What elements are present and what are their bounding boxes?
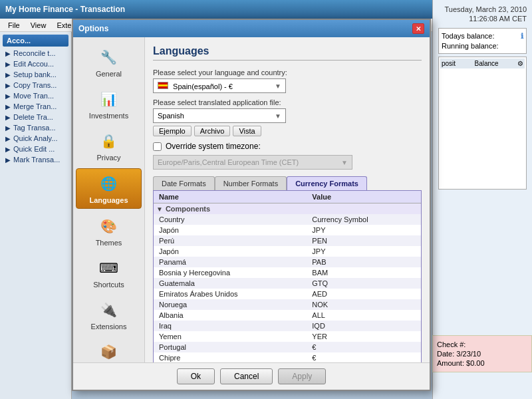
table-row[interactable]: Portugal €	[154, 342, 421, 352]
sidebar-item-tag-trans[interactable]: ▶ Tag Transa...	[3, 122, 68, 133]
nav-importexport[interactable]: 📦 Import/Export	[76, 337, 142, 362]
table-row[interactable]: Country Currency Symbol	[154, 214, 421, 225]
file-dropdown-arrow: ▼	[275, 112, 281, 120]
override-timezone-checkbox[interactable]	[153, 142, 162, 151]
vista-button[interactable]: Vista	[233, 126, 261, 136]
sidebar-item-reconcile[interactable]: ▶ Reconcile t...	[3, 48, 68, 59]
sidebar-item-merge-trans[interactable]: ▶ Merge Tran...	[3, 101, 68, 112]
table-row[interactable]: Perú PEN	[154, 235, 421, 246]
nav-shortcuts[interactable]: ⌨ Shortcuts	[76, 253, 142, 293]
override-timezone-row: Override system timezone:	[153, 142, 422, 151]
table-row[interactable]: Iraq IQD	[154, 321, 421, 331]
tab-number-formats[interactable]: Number Formats	[215, 176, 287, 190]
general-icon: 🔧	[98, 47, 120, 68]
themes-label: Themes	[96, 239, 122, 247]
sidebar-item-label: Mark Transa...	[13, 156, 60, 164]
mark-icon: ▶	[5, 156, 11, 164]
info-icon[interactable]: ℹ	[521, 32, 523, 41]
file-select[interactable]: Spanish ▼	[153, 108, 286, 123]
language-select[interactable]: Spain(español) - € ▼	[153, 78, 286, 93]
nav-themes[interactable]: 🎨 Themes	[76, 211, 142, 251]
themes-icon: 🎨	[98, 215, 120, 237]
general-label: General	[96, 70, 122, 78]
ejemplo-button[interactable]: Ejemplo	[153, 126, 192, 136]
nav-extensions[interactable]: 🔌 Extensions	[76, 295, 142, 334]
table-row[interactable]: Japón JPY	[154, 225, 421, 235]
merge-icon: ▶	[5, 103, 11, 110]
settings-icon[interactable]: ⚙	[517, 60, 523, 67]
nav-investments[interactable]: 📊 Investments	[76, 84, 142, 124]
check-date-row: Date: 3/23/10	[437, 349, 527, 358]
language-dropdown-arrow: ▼	[275, 82, 281, 90]
shortcuts-label: Shortcuts	[93, 281, 124, 289]
override-timezone-label: Override system timezone:	[166, 142, 261, 151]
table-row[interactable]: Panamá PAB	[154, 257, 421, 267]
tab-currency-formats[interactable]: Currency Formats	[287, 176, 367, 190]
cell-name: Japón	[154, 225, 307, 235]
table-row[interactable]: Albania ALL	[154, 310, 421, 321]
check-section: Check #: Date: 3/23/10 Amount: $0.00	[432, 335, 532, 372]
cell-value: AED	[307, 289, 421, 299]
sidebar-item-copy-trans[interactable]: ▶ Copy Trans...	[3, 80, 68, 90]
nav-panel: 🔧 General 📊 Investments 🔒 Privacy 🌐 Lang…	[73, 37, 145, 362]
cancel-button[interactable]: Cancel	[220, 368, 273, 384]
check-number-row: Check #:	[437, 340, 527, 349]
archivo-button[interactable]: Archivo	[194, 126, 231, 136]
table-row[interactable]: Bosnia y Hercegovina BAM	[154, 267, 421, 278]
menu-file[interactable]: File	[3, 21, 25, 29]
table-row[interactable]: Emiratos Árabes Unidos AED	[154, 289, 421, 299]
cell-value: GTQ	[307, 278, 421, 289]
sidebar-item-label: Quick Edit ...	[13, 145, 55, 153]
sidebar-item-quick-edit[interactable]: ▶ Quick Edit ...	[3, 144, 68, 154]
transactions-area: posit Balance ⚙	[438, 57, 527, 190]
table-row[interactable]: Noruega NOK	[154, 299, 421, 310]
dialog-body: 🔧 General 📊 Investments 🔒 Privacy 🌐 Lang…	[73, 37, 430, 362]
move-icon: ▶	[5, 92, 11, 100]
reconcile-icon: ▶	[5, 50, 11, 57]
delete-icon: ▶	[5, 114, 11, 121]
sidebar-item-label: Delete Tra...	[13, 113, 53, 121]
cell-name: Japón	[154, 246, 307, 257]
nav-general[interactable]: 🔧 General	[76, 43, 142, 82]
amount-label: Amount:	[437, 359, 464, 367]
currency-table[interactable]: Name Value ▼Components Country Currency …	[153, 190, 422, 362]
file-value: Spanish	[158, 112, 184, 120]
cell-name: Portugal	[154, 342, 307, 352]
running-balance-row: Running balance:	[442, 41, 523, 51]
balance-header: Balance	[474, 60, 498, 67]
sidebar-item-label: Quick Analy...	[13, 134, 57, 142]
sidebar-item-label: Move Tran...	[13, 92, 54, 100]
cell-name: Chipre	[154, 352, 307, 362]
table-row[interactable]: Yemen YER	[154, 331, 421, 342]
running-balance-label: Running balance:	[442, 42, 499, 50]
tab-date-formats[interactable]: Date Formats	[153, 176, 215, 190]
content-panel: Languages Please select your language an…	[145, 37, 430, 362]
apply-button[interactable]: Apply	[278, 368, 326, 384]
nav-privacy[interactable]: 🔒 Privacy	[76, 126, 142, 166]
timezone-select[interactable]: Europe/Paris,Central European Time (CET)…	[153, 155, 352, 170]
cell-value: PAB	[307, 257, 421, 267]
ok-button[interactable]: Ok	[177, 368, 215, 384]
importexport-icon: 📦	[98, 341, 120, 362]
nav-languages[interactable]: 🌐 Languages	[76, 168, 142, 209]
sidebar-item-edit-account[interactable]: ▶ Edit Accou...	[3, 59, 68, 69]
file-row: Please select translated application fil…	[153, 98, 422, 136]
tabs-row: Date Formats Number Formats Currency For…	[153, 176, 422, 190]
table-row[interactable]: Guatemala GTQ	[154, 278, 421, 289]
timezone-value: Europe/Paris,Central European Time (CET)	[158, 158, 299, 166]
languages-label: Languages	[89, 196, 128, 204]
sidebar-item-setup-bank[interactable]: ▶ Setup bank...	[3, 69, 68, 80]
cell-value: YER	[307, 331, 421, 342]
spain-flag	[158, 82, 168, 89]
cell-value: PEN	[307, 235, 421, 246]
menu-view[interactable]: View	[25, 21, 52, 29]
extensions-icon: 🔌	[98, 299, 120, 321]
sidebar-item-mark-trans[interactable]: ▶ Mark Transa...	[3, 154, 68, 165]
cell-name: Albania	[154, 310, 307, 321]
dialog-close-button[interactable]: ✕	[412, 23, 424, 34]
table-row[interactable]: Japón JPY	[154, 246, 421, 257]
sidebar-item-quick-analysis[interactable]: ▶ Quick Analy...	[3, 133, 68, 144]
sidebar-item-delete-trans[interactable]: ▶ Delete Tra...	[3, 112, 68, 122]
table-row[interactable]: Chipre €	[154, 352, 421, 362]
sidebar-item-move-trans[interactable]: ▶ Move Tran...	[3, 90, 68, 101]
